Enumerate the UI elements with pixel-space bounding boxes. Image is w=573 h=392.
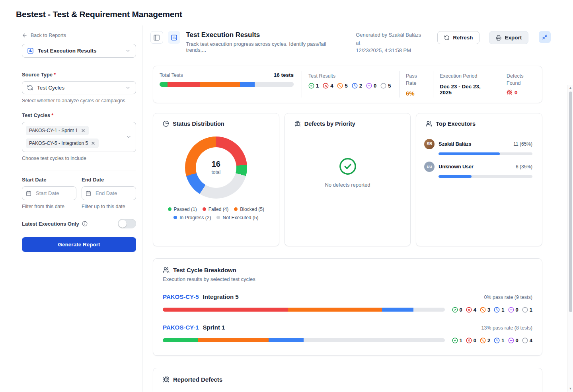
back-to-reports-label: Back to Reports (31, 33, 66, 38)
ban-icon (337, 83, 343, 89)
remove-chip-icon[interactable] (91, 141, 96, 146)
report-type-select[interactable]: Test Execution Results (22, 44, 136, 58)
execution-period-label: Execution Period (440, 73, 477, 79)
legend-item-passed: Passed (1) (168, 207, 197, 212)
circle-icon (522, 307, 528, 313)
bar-segment-not-executed (255, 82, 294, 87)
minus-circle-icon (366, 83, 372, 89)
printer-icon (496, 35, 501, 41)
back-to-reports-link[interactable]: Back to Reports (22, 33, 136, 38)
circle-icon (522, 337, 528, 343)
page-title: Bestest - Test & Requirement Management (0, 0, 573, 25)
clock-icon (352, 83, 358, 89)
generated-by: Generated by Szakál Balázs at (356, 31, 426, 47)
report-header: Test Execution Results Track test execut… (142, 25, 573, 59)
summary-strip: Total Tests 16 tests Test Results 1 (153, 66, 542, 103)
overview-cards: Status Distribution 16 total Passed (1) … (153, 113, 542, 246)
cycle-key-link[interactable]: PAKOS-CY-5 (163, 293, 199, 300)
minimize-report-button[interactable] (539, 31, 551, 43)
executor-name: Szakál Balázs (439, 141, 471, 147)
bar-segment (288, 308, 382, 312)
end-date-label: End Date (82, 177, 136, 183)
executor-value: 11 (65%) (513, 141, 532, 147)
toggle-knob (119, 220, 127, 228)
vertical-scrollbar[interactable]: ▲ ▼ (567, 85, 573, 392)
check-circle-icon (452, 307, 458, 313)
refresh-button[interactable]: Refresh (437, 31, 479, 44)
executor-row: SB Szakál Balázs 11 (65%) (424, 139, 532, 155)
scroll-down-arrow[interactable]: ▼ (569, 386, 572, 392)
bar-segment-failed (168, 82, 200, 87)
donut-total-label: total (211, 170, 220, 175)
bar-segment (382, 308, 413, 312)
info-icon[interactable] (82, 221, 88, 226)
defects-found-block: Defects Found 0 (500, 71, 542, 98)
bar-segment-in-progress (240, 82, 255, 87)
bar-chart-icon (171, 34, 177, 41)
no-defects-text: No defects reported (325, 182, 370, 188)
cycle-icon (27, 85, 33, 91)
skipped-count: 0 (508, 337, 518, 343)
test-cycle-breakdown-card: Test Cycle Breakdown Execution results b… (153, 258, 542, 356)
scrollbar-thumb[interactable] (569, 92, 572, 312)
not-executed-count: 1 (522, 307, 532, 313)
bar-segment (163, 338, 198, 342)
executor-progress-fill (439, 152, 499, 155)
check-circle-icon (339, 157, 357, 176)
top-executors-title: Top Executors (436, 121, 476, 127)
blocked-count: 2 (480, 337, 490, 343)
legend-dot (216, 216, 220, 219)
test-results-label: Test Results (308, 73, 335, 79)
cycle-chip: PAKOS-CY-5 - Integration 5 (26, 138, 99, 148)
remove-chip-icon[interactable] (81, 128, 86, 133)
bar-segment-blocked (200, 82, 240, 87)
report-type-value: Test Execution Results (38, 48, 97, 54)
defects-found-label: Defects Found (507, 73, 523, 86)
bug-icon (507, 90, 512, 95)
date-range-row: Start Date Filter from this date End Dat… (22, 177, 136, 209)
generate-report-button[interactable]: Generate Report (22, 237, 136, 252)
x-circle-icon (323, 83, 329, 89)
minus-circle-icon (508, 337, 514, 343)
source-type-label: Source Type (22, 72, 53, 78)
users-icon (163, 267, 170, 273)
executor-progress-track (439, 152, 532, 155)
generated-meta: Generated by Szakál Balázs at 12/23/2025… (356, 31, 426, 55)
calendar-icon (26, 191, 31, 196)
not-executed-count: 5 (380, 83, 391, 89)
source-type-value: Test Cycles (37, 85, 64, 91)
cycle-key-link[interactable]: PAKOS-CY-1 (163, 324, 199, 331)
collapse-sidebar-button[interactable] (150, 31, 163, 44)
not-executed-count: 4 (522, 337, 532, 343)
start-date-helper: Filter from this date (22, 204, 76, 209)
total-tests-block: Total Tests 16 tests (153, 71, 302, 98)
source-type-field: Source Type* Test Cycles Select whether … (22, 72, 136, 103)
status-distribution-card: Status Distribution 16 total Passed (1) … (153, 113, 279, 246)
generated-at: 12/23/2025, 4:31:58 PM (356, 47, 426, 55)
status-donut: 16 total (185, 137, 247, 199)
back-arrow-icon (22, 33, 27, 38)
cycle-row: PAKOS-CY-1 Sprint 1 13% pass rate (8 tes… (163, 324, 532, 343)
failed-count: 4 (323, 83, 333, 89)
legend-dot (203, 207, 206, 211)
legend-item-blocked: Blocked (5) (234, 207, 264, 212)
latest-executions-label: Latest Executions Only (22, 221, 79, 227)
passed-count: 0 (452, 307, 462, 313)
pass-rate-value: 6% (406, 90, 427, 97)
legend-dot (168, 207, 172, 211)
ban-icon (480, 337, 486, 343)
panel-left-icon (153, 34, 160, 41)
test-cycles-multiselect[interactable]: PAKOS-CY-1 - Sprint 1 PAKOS-CY-5 - Integ… (22, 122, 136, 152)
export-button[interactable]: Export (489, 31, 528, 44)
bar-segment (163, 308, 288, 312)
scroll-up-arrow[interactable]: ▲ (569, 85, 572, 91)
total-tests-value: 16 tests (274, 72, 294, 78)
source-type-select[interactable]: Test Cycles (22, 81, 136, 94)
in-progress-count: 1 (494, 337, 504, 343)
defects-by-priority-title: Defects by Priority (304, 121, 355, 127)
latest-executions-toggle[interactable] (118, 219, 136, 228)
failed-count: 0 (466, 337, 476, 343)
bar-segment (198, 338, 269, 342)
chevron-down-icon (125, 85, 131, 91)
users-icon (426, 121, 432, 127)
